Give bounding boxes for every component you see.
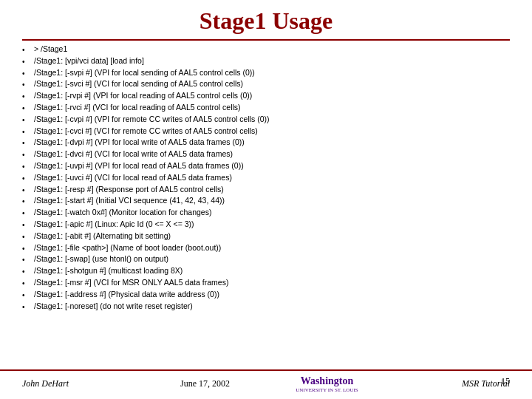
- bullet-dot: •: [22, 255, 30, 265]
- bullet-text: /Stage1: [-resp #] (Response port of AAL…: [34, 184, 510, 194]
- list-item: •/Stage1: [-rvci #] (VCI for local readi…: [22, 102, 510, 114]
- bullet-text: /Stage1: [-apic #] (Linux: Apic Id (0 <=…: [34, 219, 510, 229]
- bullet-dot: •: [22, 279, 30, 289]
- bullet-text: /Stage1: [-rvpi #] (VPI for local readin…: [34, 90, 510, 100]
- bullet-dot: •: [22, 45, 30, 55]
- list-item: •/Stage1: [-dvci #] (VCI for local write…: [22, 149, 510, 160]
- bullet-text: /Stage1: [vpi/vci data] [load info]: [34, 55, 510, 66]
- logo-subtext: UNIVERSITY IN ST. LOUIS: [296, 387, 358, 393]
- footer-date: June 17, 2002: [144, 378, 266, 389]
- footer-page: 15: [501, 376, 510, 387]
- bullet-dot: •: [22, 220, 30, 231]
- bullet-dot: •: [22, 92, 30, 102]
- bullet-text: /Stage1: [-cvci #] (VCI for remote CC wr…: [34, 126, 510, 136]
- bullet-dot: •: [22, 197, 30, 207]
- bullet-text: /Stage1: [-cvpi #] (VPI for remote CC wr…: [34, 114, 510, 124]
- bullet-text: /Stage1: [-abit #] (Alternating bit sett…: [34, 231, 510, 241]
- bullet-text: /Stage1: [-swap] (use htonl() on output): [34, 253, 510, 264]
- bullet-dot: •: [22, 185, 30, 196]
- list-item: •/Stage1: [-cvci #] (VCI for remote CC w…: [22, 126, 510, 137]
- bullet-text: /Stage1: [-address #] (Physical data wri…: [34, 289, 510, 299]
- bullet-dot: •: [22, 232, 30, 242]
- bullet-dot: •: [22, 69, 30, 79]
- list-item: •/Stage1: [-msr #] (VCI for MSR ONLY AAL…: [22, 277, 510, 289]
- bullet-text: > /Stage1: [34, 44, 510, 54]
- bullet-dot: •: [22, 127, 30, 137]
- bullet-text: /Stage1: [-msr #] (VCI for MSR ONLY AAL5…: [34, 277, 510, 287]
- footer-author: John DeHart: [22, 378, 144, 389]
- bullet-dot: •: [22, 80, 30, 90]
- list-item: •/Stage1: [-address #] (Physical data wr…: [22, 289, 510, 301]
- bullet-text: /Stage1: [-rvci #] (VCI for local readin…: [34, 102, 510, 112]
- bullet-text: /Stage1: [-dvpi #] (VPI for local write …: [34, 137, 510, 147]
- list-item: •/Stage1: [-shotgun #] (multicast loadin…: [22, 265, 510, 277]
- bullet-dot: •: [22, 174, 30, 184]
- list-item: •/Stage1: [-svpi #] (VPI for local sendi…: [22, 67, 510, 79]
- bullet-dot: •: [22, 150, 30, 160]
- list-item: •/Stage1: [-uvpi #] (VPI for local read …: [22, 160, 510, 172]
- footer-logo: Washington UNIVERSITY IN ST. LOUIS: [266, 374, 388, 393]
- bullet-text: /Stage1: [-uvci #] (VCI for local read o…: [34, 172, 510, 183]
- bullet-text: /Stage1: [-watch 0x#] (Monitor location …: [34, 207, 510, 217]
- list-item: •/Stage1: [-rvpi #] (VPI for local readi…: [22, 90, 510, 102]
- bullet-dot: •: [22, 302, 30, 313]
- bullet-dot: •: [22, 162, 30, 172]
- slide-title: Stage1 Usage: [22, 7, 510, 35]
- bullet-dot: •: [22, 103, 30, 114]
- bullet-text: /Stage1: [-svpi #] (VPI for local sendin…: [34, 67, 510, 78]
- bullet-text: /Stage1: [-file <path>] (Name of boot lo…: [34, 242, 510, 253]
- bullet-text: /Stage1: [-dvci #] (VCI for local write …: [34, 149, 510, 159]
- bullet-dot: •: [22, 138, 30, 149]
- title-divider: [22, 39, 510, 41]
- list-item: •/Stage1: [-resp #] (Response port of AA…: [22, 184, 510, 196]
- footer-tutorial: MSR Tutorial: [388, 378, 510, 389]
- footer: John DeHart June 17, 2002 Washington UNI…: [0, 369, 532, 393]
- bullet-text: /Stage1: [-uvpi #] (VPI for local read o…: [34, 160, 510, 171]
- bullet-text: /Stage1: [-start #] (Initial VCI sequenc…: [34, 195, 510, 205]
- bullet-dot: •: [22, 57, 30, 67]
- list-item: •/Stage1: [vpi/vci data] [load info]: [22, 55, 510, 67]
- bullet-dot: •: [22, 115, 30, 126]
- bullet-text: /Stage1: [-shotgun #] (multicast loading…: [34, 265, 510, 276]
- list-item: •/Stage1: [-cvpi #] (VPI for remote CC w…: [22, 114, 510, 126]
- list-item: •/Stage1: [-dvpi #] (VPI for local write…: [22, 137, 510, 149]
- slide: Stage1 Usage •> /Stage1•/Stage1: [vpi/vc…: [0, 0, 532, 399]
- bullet-dot: •: [22, 244, 30, 254]
- content-area: •> /Stage1•/Stage1: [vpi/vci data] [load…: [22, 44, 510, 312]
- list-item: •> /Stage1: [22, 44, 510, 55]
- bullet-dot: •: [22, 267, 30, 277]
- list-item: •/Stage1: [-svci #] (VCI for local sendi…: [22, 78, 510, 90]
- list-item: •/Stage1: [-apic #] (Linux: Apic Id (0 <…: [22, 219, 510, 231]
- list-item: •/Stage1: [-swap] (use htonl() on output…: [22, 253, 510, 265]
- bullet-text: /Stage1: [-svci #] (VCI for local sendin…: [34, 78, 510, 89]
- list-item: •/Stage1: [-noreset] (do not write reset…: [22, 301, 510, 313]
- list-item: •/Stage1: [-uvci #] (VCI for local read …: [22, 172, 510, 184]
- bullet-text: /Stage1: [-noreset] (do not write reset …: [34, 301, 510, 311]
- bullet-dot: •: [22, 290, 30, 301]
- list-item: •/Stage1: [-file <path>] (Name of boot l…: [22, 242, 510, 254]
- logo-text: Washington: [301, 375, 354, 387]
- list-item: •/Stage1: [-abit #] (Alternating bit set…: [22, 231, 510, 242]
- bullet-dot: •: [22, 208, 30, 219]
- list-item: •/Stage1: [-watch 0x#] (Monitor location…: [22, 207, 510, 219]
- list-item: •/Stage1: [-start #] (Initial VCI sequen…: [22, 195, 510, 207]
